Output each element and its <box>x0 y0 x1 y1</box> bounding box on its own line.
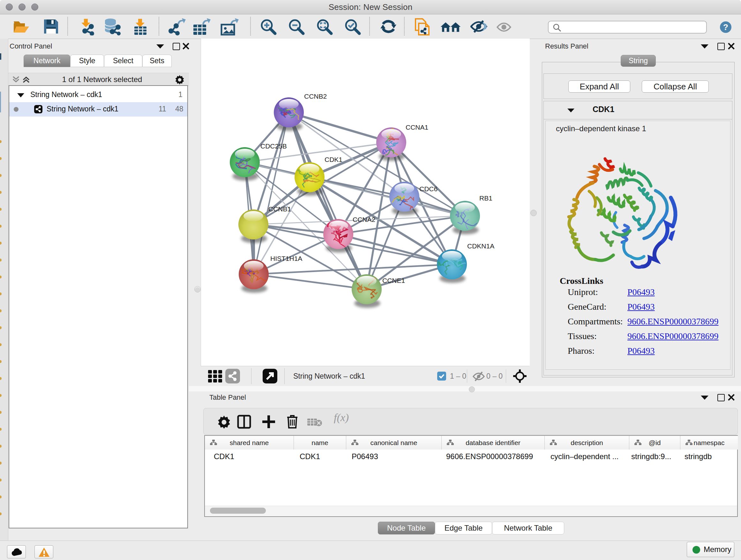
svg-text:CDC25B: CDC25B <box>260 142 287 150</box>
svg-text:CCNB1: CCNB1 <box>268 205 291 212</box>
svg-text:CCNB2: CCNB2 <box>304 92 327 100</box>
svg-text:CDKN1A: CDKN1A <box>467 242 494 250</box>
svg-text:CCNA1: CCNA1 <box>406 124 428 131</box>
svg-text:CCNE1: CCNE1 <box>382 277 405 284</box>
svg-text:CDK1: CDK1 <box>325 156 342 163</box>
svg-text:HIST1H1A: HIST1H1A <box>270 255 302 262</box>
svg-text:CDC6: CDC6 <box>419 185 437 192</box>
svg-text:?: ? <box>723 22 728 32</box>
svg-text:CCNA2: CCNA2 <box>353 216 375 223</box>
svg-text:RB1: RB1 <box>479 194 492 202</box>
